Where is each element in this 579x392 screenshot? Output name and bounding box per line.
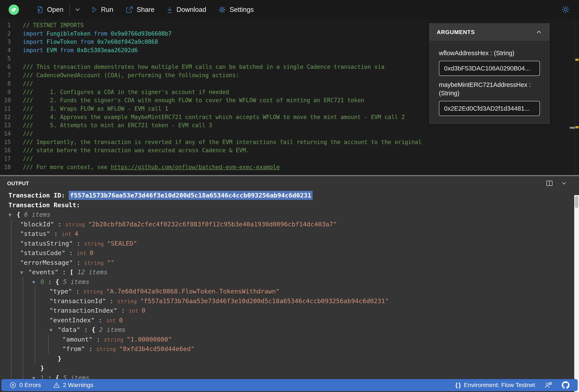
code-token: from (80, 39, 97, 45)
json-pn: : (66, 249, 77, 257)
github-icon (562, 381, 570, 389)
output-row: "transactionId" : string "f557a1573b76aa… (7, 296, 570, 306)
json-key: "type" (49, 288, 72, 295)
share-label: Share (137, 6, 154, 14)
code-text: /// This transaction demonstrates how mu… (23, 63, 384, 71)
status-bar: 0 Errors 2 Warnings { } Environment: Flo… (1, 379, 578, 391)
output-row: "amount" : string "1.00000000" (7, 335, 570, 344)
output-content: Transaction ID: f557a1573b76aa53e73d46f3… (7, 191, 570, 383)
output-row: ▼"data" : { 2 items (7, 325, 570, 335)
user-feedback-icon (544, 382, 552, 389)
arguments-panel: ARGUMENTS wflowAddressHex : (String) may… (429, 23, 550, 124)
json-key: "blockId" (20, 221, 54, 228)
code-token: /// 5. Attempts to mint an ERC721 token … (23, 122, 212, 128)
json-type: string (83, 288, 106, 295)
collapse-triangle-icon[interactable]: ▼ (8, 210, 17, 220)
code-token: /// 2. Funds the signer's COA with enoug… (23, 97, 364, 104)
output-scrollbar[interactable] (574, 195, 579, 392)
json-pn: : (106, 297, 117, 305)
code-token: 0x8c5303eaa26202d6 (77, 47, 138, 54)
code-token: 0x9a0766d93b6608b7 (111, 30, 172, 37)
collapse-triangle-icon[interactable]: ▼ (20, 268, 28, 278)
run-label: Run (101, 6, 113, 14)
editor-scrollbar[interactable] (575, 19, 579, 175)
line-number: 4 (0, 46, 11, 55)
code-token: /// (23, 130, 33, 137)
line-number: 10 (0, 96, 11, 105)
json-pn: : (73, 240, 84, 247)
line-number: 11 (0, 105, 11, 113)
download-button[interactable]: Download (160, 0, 212, 19)
json-pn: : (85, 345, 96, 352)
code-token: FungibleToken (47, 30, 94, 37)
json-num: 4 (74, 230, 78, 237)
output-title: OUTPUT (7, 180, 29, 186)
json-key: "transactionId" (49, 297, 106, 305)
errors-indicator[interactable]: 0 Errors (9, 382, 41, 389)
arguments-body: wflowAddressHex : (String) maybeMintERC7… (430, 41, 549, 124)
argument-input-maybemint[interactable] (439, 101, 540, 116)
github-button[interactable] (562, 381, 570, 389)
chevron-up-icon[interactable] (536, 30, 542, 34)
json-str: "" (107, 259, 114, 266)
output-scrollbar-thumb[interactable] (575, 196, 578, 208)
arguments-header[interactable]: ARGUMENTS (430, 23, 549, 41)
code-token: import (23, 39, 47, 45)
code-text: /// 4. Approves the example MaybeMintERC… (23, 113, 405, 121)
flow-runner-app: Open Run Share (0, 0, 579, 392)
output-row: ▼0 : { 5 items (7, 277, 570, 287)
json-type: string (84, 241, 107, 247)
json-key: "transactionIndex" (49, 307, 117, 314)
collapse-triangle-icon[interactable]: ▼ (32, 278, 40, 287)
json-pn: : (93, 336, 104, 343)
line-number: 12 (0, 113, 11, 121)
json-pn: : (95, 317, 106, 324)
code-token: /// 3. Wraps FLOW as WFLOW - EVM call 1 (23, 106, 168, 112)
output-row: } (7, 363, 570, 373)
line-number: 14 (0, 130, 11, 138)
collapse-output-button[interactable] (561, 181, 567, 186)
gear-icon (218, 6, 226, 14)
code-token: from (94, 30, 111, 37)
share-button[interactable]: Share (119, 0, 161, 19)
warnings-label: 2 Warnings (63, 382, 93, 389)
open-dropdown-button[interactable] (70, 0, 85, 19)
json-key: "amount" (62, 336, 93, 343)
code-text: /// (23, 80, 33, 88)
code-line: 16/// state before the transaction was e… (0, 146, 579, 155)
collapse-triangle-icon[interactable]: ▼ (49, 325, 58, 335)
flow-logo[interactable] (9, 4, 19, 15)
json-type: int (77, 250, 90, 256)
argument-label-wflow: wflowAddressHex : (String) (439, 49, 540, 57)
code-token: import (23, 30, 47, 37)
download-icon (166, 6, 173, 13)
download-label: Download (176, 6, 206, 14)
environment-indicator[interactable]: { } Environment: Flow Testnet (455, 382, 535, 389)
json-str: "SEALED" (107, 240, 137, 247)
json-idx: 0 (40, 278, 44, 285)
code-link[interactable]: https://github.com/onflow/batched-evm-ex… (111, 164, 280, 170)
indent-guide (23, 277, 23, 379)
code-text: /// For more context, see https://github… (23, 163, 280, 171)
json-str: "A.7e60df042a9c0868.FlowToken.TokensWith… (106, 288, 280, 295)
json-pn: : (73, 259, 84, 266)
theme-toggle-button[interactable] (558, 5, 573, 14)
open-button[interactable]: Open (30, 0, 70, 19)
split-view-button[interactable] (546, 180, 553, 187)
argument-input-wflow[interactable] (439, 61, 540, 76)
code-line: 14/// (0, 130, 579, 138)
output-row: "statusCode" : int 0 (7, 248, 570, 258)
json-key: "from" (62, 345, 85, 352)
run-button[interactable]: Run (85, 0, 119, 19)
warning-marker (575, 126, 579, 128)
json-pn: : (50, 230, 62, 237)
environment-label: Environment: Flow Testnet (464, 382, 535, 389)
code-text: import FlowToken from 0x7e60df042a9c0868 (23, 38, 158, 46)
line-number: 9 (0, 88, 11, 96)
code-text: /// CadenceOwnedAccount (COA), performin… (23, 71, 239, 80)
scrollbar-thumb[interactable] (570, 127, 575, 129)
warnings-indicator[interactable]: 2 Warnings (53, 382, 93, 389)
feedback-button[interactable] (544, 382, 552, 389)
indent-guide (48, 335, 49, 354)
settings-button[interactable]: Settings (212, 0, 260, 19)
